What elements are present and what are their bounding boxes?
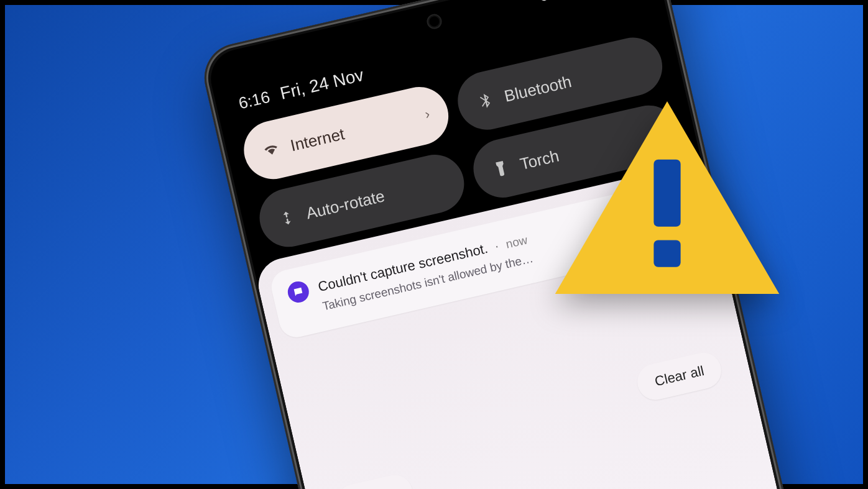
autorotate-icon [277, 208, 298, 229]
tile-label: Auto-rotate [304, 186, 386, 223]
torch-icon [491, 158, 512, 180]
svg-rect-0 [653, 160, 680, 227]
image-frame: 56% 6:16 Fri, 24 Nov Internet › Bluetoot… [0, 0, 868, 489]
history-button[interactable]: History [333, 472, 416, 489]
clear-all-button[interactable]: Clear all [634, 349, 725, 403]
alarm-icon [536, 0, 552, 4]
bluetooth-icon [475, 91, 496, 112]
svg-rect-1 [653, 240, 680, 267]
tile-label: Internet [289, 124, 346, 155]
clock-time: 6:16 [237, 88, 272, 114]
status-date: Fri, 24 Nov [278, 65, 366, 104]
status-icons: 56% [536, 0, 642, 4]
wifi-icon [261, 140, 282, 161]
notification-time: now [505, 233, 529, 250]
chevron-right-icon: › [423, 106, 432, 122]
warning-overlay-icon [552, 101, 782, 294]
message-icon [285, 280, 311, 305]
